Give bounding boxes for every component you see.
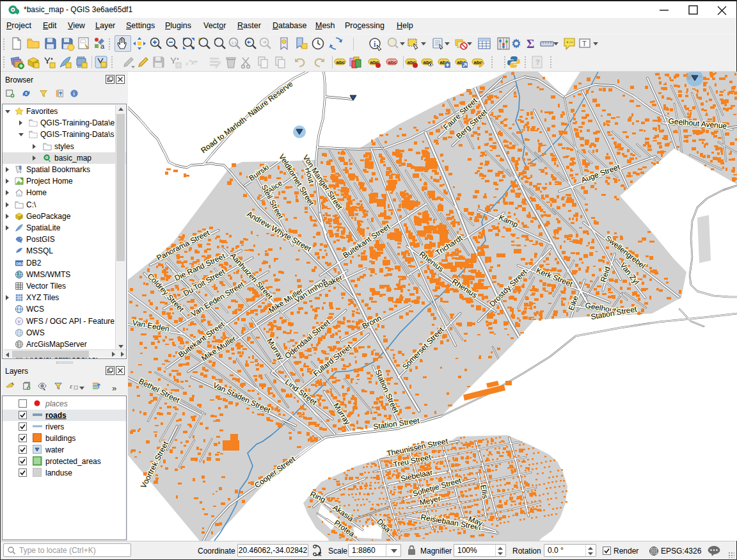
svg-text:abc: abc <box>388 60 397 65</box>
svg-text:DB2: DB2 <box>16 261 23 265</box>
svg-text:ε: ε <box>70 383 73 390</box>
svg-text:Σ: Σ <box>527 37 534 51</box>
svg-text:T: T <box>582 40 587 47</box>
svg-text:1:1: 1:1 <box>232 41 237 45</box>
svg-text:V: V <box>17 319 20 324</box>
svg-text:?: ? <box>535 58 540 66</box>
svg-text:abc: abc <box>337 60 345 65</box>
svg-text:⤢x: ⤢x <box>186 58 195 66</box>
